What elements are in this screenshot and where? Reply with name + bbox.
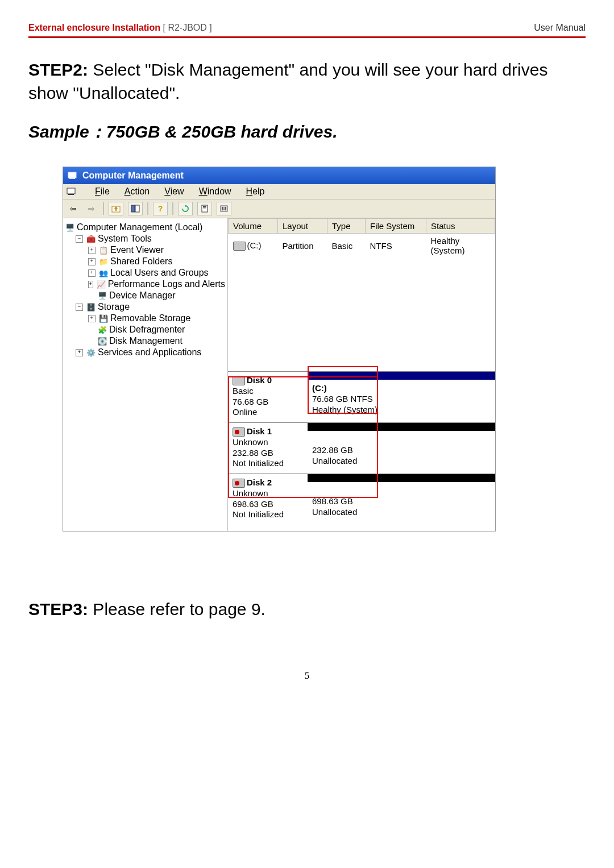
computer-icon: 🖥️ xyxy=(65,223,74,232)
tree-defrag[interactable]: 🧩 Disk Defragmenter xyxy=(65,324,225,335)
svg-rect-0 xyxy=(68,172,76,178)
event-viewer-icon: 📋 xyxy=(99,246,108,255)
system-menu-icon[interactable] xyxy=(67,186,77,197)
expand-icon[interactable]: + xyxy=(88,281,93,288)
expand-icon[interactable]: + xyxy=(88,247,96,254)
col-status[interactable]: Status xyxy=(426,219,495,234)
tree-localusers[interactable]: + 👥 Local Users and Groups xyxy=(65,267,225,279)
col-layout[interactable]: Layout xyxy=(278,219,327,234)
disk1-size: 232.88 GB xyxy=(233,448,273,458)
folder-icon: 📁 xyxy=(99,257,108,266)
disk0-volume-cell[interactable]: (C:) 76.68 GB NTFS Healthy (System) xyxy=(308,372,495,422)
collapse-icon[interactable]: − xyxy=(76,235,83,243)
page-header: External enclosure Installation [ R2-JBO… xyxy=(28,23,586,33)
tree-systools[interactable]: − 🧰 System Tools xyxy=(65,233,225,244)
disk1-vol-status: Unallocated xyxy=(312,456,357,466)
page-number: 5 xyxy=(28,670,586,682)
help-button[interactable]: ? xyxy=(153,202,168,215)
disk-uninit-icon xyxy=(233,479,245,488)
tree-root[interactable]: 🖥️ Computer Management (Local) xyxy=(65,222,225,233)
svg-rect-12 xyxy=(222,207,223,210)
window-title: Computer Management xyxy=(82,171,184,181)
window-titlebar[interactable]: Computer Management xyxy=(63,167,495,184)
disk-uninit-icon xyxy=(233,427,245,437)
volume-row[interactable]: (C:) Partition Basic NTFS Healthy (Syste… xyxy=(229,234,495,258)
disk0-type: Basic xyxy=(233,386,254,396)
storage-icon: 🗄️ xyxy=(86,302,96,312)
col-volume[interactable]: Volume xyxy=(229,219,278,234)
expand-icon[interactable]: + xyxy=(76,349,83,356)
tree-storage[interactable]: − 🗄️ Storage xyxy=(65,301,225,313)
show-hide-tree-button[interactable] xyxy=(128,202,143,215)
volume-table: Volume Layout Type File System Status (C… xyxy=(228,218,495,258)
tree-sharedfolders[interactable]: + 📁 Shared Folders xyxy=(65,256,225,267)
header-title-gray: [ R2-JBOD ] xyxy=(160,23,212,32)
disk0-vol-size: 76.68 GB NTFS xyxy=(312,394,373,404)
disk0-vol-name: (C:) xyxy=(312,383,327,393)
disk2-size: 698.63 GB xyxy=(233,499,273,509)
expand-icon[interactable]: + xyxy=(88,258,96,265)
app-icon xyxy=(68,171,78,180)
svg-rect-11 xyxy=(221,206,227,211)
tree-label: Event Viewer xyxy=(110,245,164,255)
header-right: User Manual xyxy=(534,23,586,33)
tree-label: Removable Storage xyxy=(110,313,190,323)
svg-rect-2 xyxy=(67,188,75,194)
disk1-type: Unknown xyxy=(233,437,268,447)
refresh-button[interactable] xyxy=(178,202,193,215)
disk1-volume-cell[interactable]: 232.88 GB Unallocated xyxy=(308,423,495,474)
removable-icon: 💾 xyxy=(99,314,108,323)
tree-pane: 🖥️ Computer Management (Local) − 🧰 Syste… xyxy=(63,218,228,531)
back-button[interactable]: ⇦ xyxy=(67,202,80,215)
toolbar-separator xyxy=(103,202,104,215)
disk-row-1[interactable]: Disk 1 Unknown 232.88 GB Not Initialized… xyxy=(228,422,495,474)
col-type[interactable]: Type xyxy=(327,219,366,234)
tree-devmgr[interactable]: 🖥️ Device Manager xyxy=(65,290,225,301)
extra-button[interactable] xyxy=(217,202,231,215)
disk-row-0[interactable]: Disk 0 Basic 76.68 GB Online (C:) 76.68 … xyxy=(228,371,495,422)
forward-button: ⇨ xyxy=(85,202,98,215)
step3-body: Please refer to page 9. xyxy=(88,600,265,618)
disk1-label-cell: Disk 1 Unknown 232.88 GB Not Initialized xyxy=(228,423,308,474)
step3-text: STEP3: Please refer to page 9. xyxy=(28,600,586,619)
device-manager-icon: 🖥️ xyxy=(98,291,107,300)
tree-label: Performance Logs and Alerts xyxy=(108,279,225,289)
tree-diskmgmt[interactable]: 💽 Disk Management xyxy=(65,335,225,347)
svg-rect-6 xyxy=(135,205,139,212)
tree-label: Device Manager xyxy=(109,290,176,301)
disk2-vol-status: Unallocated xyxy=(312,507,357,517)
tree-perflogs[interactable]: + 📈 Performance Logs and Alerts xyxy=(65,279,225,290)
menu-file[interactable]: FFileile xyxy=(95,186,110,197)
sample-title: Sample：750GB & 250GB hard drives. xyxy=(28,121,586,144)
svg-rect-8 xyxy=(203,206,206,207)
col-fs[interactable]: File System xyxy=(366,219,426,234)
expand-icon[interactable]: + xyxy=(88,315,96,322)
up-folder-button[interactable] xyxy=(109,202,123,215)
toolbar-separator xyxy=(147,202,148,215)
disk-row-2[interactable]: Disk 2 Unknown 698.63 GB Not Initialized… xyxy=(228,474,495,525)
menu-action[interactable]: Action xyxy=(125,186,150,197)
menubar: FFileile Action View Window Help xyxy=(63,184,495,200)
menu-view[interactable]: View xyxy=(164,186,184,197)
unallocated-bar xyxy=(308,474,495,482)
users-icon: 👥 xyxy=(99,268,108,277)
partition-bar xyxy=(308,372,495,380)
disk0-vol-status: Healthy (System) xyxy=(312,405,377,414)
expand-icon[interactable]: + xyxy=(88,269,96,277)
disk2-volume-cell[interactable]: 698.63 GB Unallocated xyxy=(308,474,495,525)
menu-window[interactable]: Window xyxy=(199,186,231,197)
step2-body: Select "Disk Management" and you will se… xyxy=(28,60,547,102)
collapse-icon[interactable]: − xyxy=(76,304,83,311)
cell-volume: (C:) xyxy=(247,240,262,250)
tree-services[interactable]: + ⚙️ Services and Applications xyxy=(65,347,225,358)
disk2-vol-size: 698.63 GB xyxy=(312,496,353,506)
tree-eventviewer[interactable]: + 📋 Event Viewer xyxy=(65,244,225,256)
svg-rect-10 xyxy=(203,209,206,209)
disk2-name: Disk 2 xyxy=(247,477,272,487)
tree-removable[interactable]: + 💾 Removable Storage xyxy=(65,313,225,324)
properties-button[interactable] xyxy=(197,202,212,215)
tree-root-label: Computer Management (Local) xyxy=(77,222,202,232)
tree-label: System Tools xyxy=(98,234,152,244)
menu-help[interactable]: Help xyxy=(246,186,265,197)
svg-rect-5 xyxy=(131,205,135,212)
